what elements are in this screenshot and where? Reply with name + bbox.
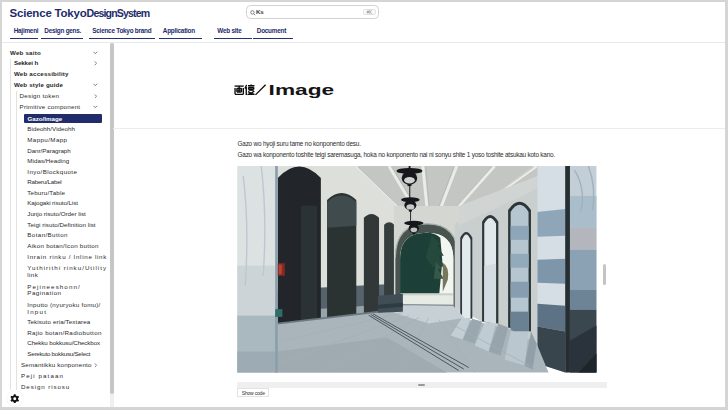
svg-text:Image: Image: [269, 84, 335, 98]
